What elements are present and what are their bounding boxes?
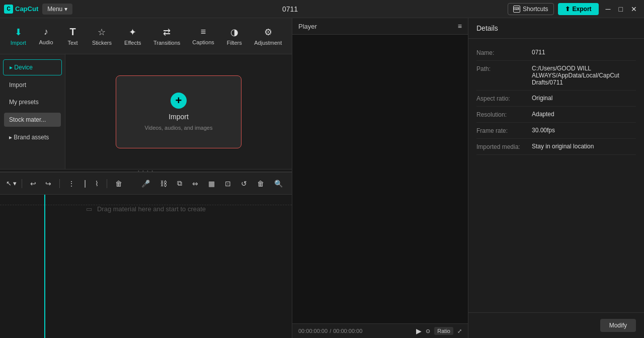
name-value: 0711 [532, 49, 636, 56]
timeline: ↖ ▾ ↩ ↪ ⋮ | ⌇ 🗑 🎤 ⛓ ⧉ ⇔ [0, 172, 292, 338]
export-button[interactable]: ⬆ Export [558, 3, 599, 15]
modify-button[interactable]: Modify [600, 319, 636, 332]
toolbar-effects[interactable]: ✦ Effects [118, 23, 147, 50]
caption-button[interactable]: ⊡ [222, 178, 234, 190]
track-area: ▭ Drag material here and start to create [0, 195, 292, 338]
details-footer: Modify [468, 312, 644, 338]
playhead [44, 195, 45, 338]
capcut-logo: C CapCut [4, 5, 38, 14]
toolbar-text[interactable]: T Text [59, 22, 86, 50]
clip-button[interactable]: ⧉ [174, 177, 185, 190]
toolbar-transitions[interactable]: ⇄ Transitions [147, 23, 186, 50]
import-drop-zone[interactable]: + Import Videos, audios, and images [116, 75, 242, 148]
titlebar-right: ⌨ Shortcuts ⬆ Export ─ □ ✕ [508, 3, 640, 15]
select-tool-button[interactable]: ↖ ▾ [6, 180, 17, 187]
timeline-toolbar-right: 🎤 ⛓ ⧉ ⇔ ▦ ⊡ ↺ 🗑 🔍 [138, 177, 286, 190]
detail-media-row: Imported media: Stay in original locatio… [476, 139, 636, 155]
split-button-2[interactable]: | [81, 177, 89, 190]
import-icon: ⬇ [15, 27, 22, 38]
toolbar-stickers[interactable]: ☆ Stickers [86, 23, 118, 50]
toolbar-divider-1 [22, 179, 22, 188]
chain-button[interactable]: ⇔ [189, 178, 201, 190]
resolution-label: Resolution: [476, 111, 532, 118]
time-separator: / [330, 328, 331, 334]
snapshot-button[interactable]: ⊙ [426, 328, 430, 334]
detail-path-row: Path: C:/Users/GOOD WILL ALWAYS/AppData/… [476, 61, 636, 91]
drag-label: Drag material here and start to create [97, 205, 206, 213]
framerate-value: 30.00fps [532, 127, 636, 134]
minimize-button[interactable]: ─ [603, 4, 614, 14]
drag-drop-area[interactable]: ▭ Drag material here and start to create [0, 205, 292, 213]
effects-icon: ✦ [129, 27, 136, 38]
split-button-1[interactable]: ⋮ [65, 178, 78, 190]
trash-button[interactable]: 🗑 [254, 178, 267, 190]
sidebar: ▸ Device Import My presets Stock mater..… [0, 54, 65, 169]
zoom-button[interactable]: 🔍 [271, 178, 286, 190]
resolution-value: Adapted [532, 111, 636, 118]
player-right-controls: ▶ ⊙ Ratio ⤢ [416, 327, 462, 335]
toolbar-captions[interactable]: ≡ Captions [186, 23, 220, 49]
ratio-button[interactable]: Ratio [434, 327, 453, 335]
mic-button[interactable]: 🎤 [138, 178, 153, 190]
delete-button[interactable]: 🗑 [112, 178, 125, 190]
details-header: Details [468, 18, 644, 39]
toolbar-import[interactable]: ⬇ Import [4, 23, 33, 50]
import-area: + Import Videos, audios, and images [65, 54, 292, 169]
titlebar: C CapCut Menu ▾ 0711 ⌨ Shortcuts ⬆ Expor… [0, 0, 644, 18]
sidebar-import[interactable]: Import [3, 77, 62, 93]
select-icon: ↖ [6, 180, 12, 187]
stickers-label: Stickers [92, 40, 112, 46]
transitions-label: Transitions [153, 40, 180, 46]
adjustment-label: Adjustment [254, 40, 282, 46]
sidebar-device[interactable]: ▸ Device [3, 59, 62, 75]
toolbar: ⬇ Import ♪ Audio T Text ☆ Stickers ✦ Eff… [0, 18, 292, 54]
shortcuts-label: Shortcuts [523, 6, 548, 13]
player-controls: 00:00:00:00/00:00:00:00 ▶ ⊙ Ratio ⤢ [292, 323, 468, 338]
player-menu-button[interactable]: ≡ [458, 22, 462, 30]
timeline-inner: ▭ Drag material here and start to create [0, 195, 292, 338]
sidebar-brand-assets[interactable]: ▸ Brand assets [3, 130, 62, 145]
player-title: Player [298, 23, 317, 30]
logo-text: CapCut [15, 5, 38, 13]
player-panel: Player ≡ 00:00:00:00/00:00:00:00 ▶ ⊙ Rat… [292, 18, 468, 338]
maximize-button[interactable]: □ [616, 4, 626, 14]
time-total: 00:00:00:00 [333, 328, 362, 334]
redo-button[interactable]: ↪ [42, 178, 54, 190]
link-button[interactable]: ⛓ [157, 178, 170, 190]
timeline-toolbar: ↖ ▾ ↩ ↪ ⋮ | ⌇ 🗑 🎤 ⛓ ⧉ ⇔ [0, 173, 292, 195]
stock-material-button[interactable]: Stock mater... [4, 113, 61, 127]
toolbar-audio[interactable]: ♪ Audio [33, 23, 60, 49]
fullscreen-button[interactable]: ⤢ [457, 328, 462, 334]
aspect-label: Aspect ratio: [476, 95, 532, 102]
content-area: ▸ Device Import My presets Stock mater..… [0, 54, 292, 169]
shortcuts-button[interactable]: ⌨ Shortcuts [508, 3, 554, 15]
sidebar-import-label: Import [9, 81, 26, 89]
close-button[interactable]: ✕ [628, 4, 640, 14]
text-label: Text [67, 40, 77, 46]
undo-button[interactable]: ↩ [27, 178, 39, 190]
keyboard-icon: ⌨ [513, 6, 520, 13]
transitions-icon: ⇄ [163, 27, 171, 38]
toolbar-adjustment[interactable]: ⚙ Adjustment [248, 23, 288, 50]
logo-icon: C [4, 5, 13, 14]
film-button[interactable]: ▦ [205, 178, 218, 190]
media-label: Imported media: [476, 143, 532, 150]
import-sub-label: Videos, audios, and images [145, 125, 213, 131]
sidebar-presets[interactable]: My presets [3, 95, 62, 110]
player-view [292, 35, 468, 323]
split-button-3[interactable]: ⌇ [92, 178, 102, 190]
framerate-label: Frame rate: [476, 127, 532, 134]
titlebar-left: C CapCut Menu ▾ [4, 4, 72, 15]
menu-arrow-icon: ▾ [64, 6, 67, 13]
media-value: Stay in original location [532, 143, 636, 150]
undo2-button[interactable]: ↺ [238, 178, 250, 190]
captions-icon: ≡ [201, 27, 206, 37]
brand-assets-label: ▸ Brand assets [9, 134, 49, 141]
drag-film-icon: ▭ [86, 205, 92, 213]
text-icon: T [69, 26, 75, 38]
play-button[interactable]: ▶ [416, 327, 422, 335]
export-icon: ⬆ [565, 6, 570, 13]
adjustment-icon: ⚙ [264, 27, 272, 38]
toolbar-filters[interactable]: ◑ Filters [220, 23, 249, 50]
menu-button[interactable]: Menu ▾ [42, 4, 72, 15]
